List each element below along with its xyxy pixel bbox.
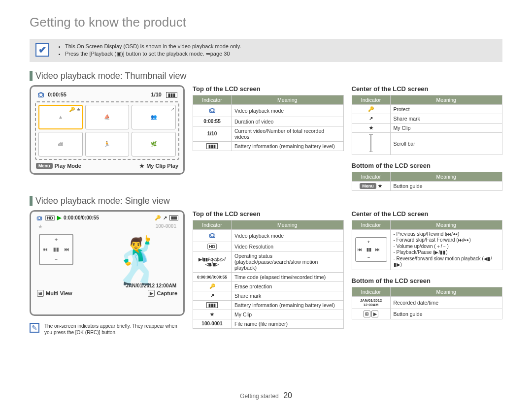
- battery-icon: ▮▮▮: [169, 215, 178, 220]
- indicator-table: IndicatorMeaning Menu ★Button guide: [352, 172, 503, 191]
- key-icon: 🔑: [155, 215, 161, 220]
- control-cluster[interactable]: ＋ ⏮▮▮⏭ －: [39, 234, 73, 265]
- thumbnail[interactable]: ⛵: [85, 105, 130, 129]
- th: Meaning: [390, 287, 502, 296]
- td: My Clip: [232, 310, 344, 319]
- play-mode-label: Play Mode: [55, 163, 81, 169]
- multi-capture-icon: ⊞ ▶: [352, 309, 390, 319]
- capture-icon: ▶: [148, 290, 155, 297]
- section-title: Video playback mode: Single view: [35, 196, 170, 206]
- indicator-table: IndicatorMeaning JAN/01/2012 12:00AMReco…: [352, 287, 503, 319]
- indicator-table: IndicatorMeaning Video playback mode HDV…: [193, 220, 344, 329]
- capture-label: Capture: [157, 290, 177, 296]
- th: Indicator: [352, 220, 390, 229]
- battery-icon: ▮▮▮: [193, 300, 232, 310]
- camera-icon: [36, 215, 43, 221]
- key-icon: 🔑: [193, 281, 232, 291]
- note-item: Press the [Playback (▣)] button to set t…: [65, 50, 241, 58]
- th: Indicator: [352, 172, 390, 181]
- star-icon: ★: [352, 123, 390, 132]
- key-icon: 🔑: [352, 104, 390, 114]
- td: Video Resolution: [232, 242, 344, 251]
- td: 100-0001: [193, 319, 232, 328]
- footer-label: Getting started: [240, 393, 279, 400]
- table-title: Bottom of the LCD screen: [352, 162, 503, 169]
- thumbnail[interactable]: 🌿: [132, 132, 176, 156]
- th: Meaning: [390, 172, 502, 181]
- td: Button guide: [390, 181, 502, 190]
- footnote-text: The on-screen indicators appear briefly.…: [44, 323, 185, 336]
- td: Erase protection: [232, 281, 344, 291]
- th: Meaning: [390, 220, 502, 229]
- note-list: This On Screen Display (OSD) is shown in…: [56, 43, 241, 58]
- td: File name (file number): [232, 319, 344, 328]
- camera-icon: [37, 91, 45, 98]
- td: Operating status (playback/pause/search/…: [232, 251, 344, 272]
- timecode: 0:00:00/0:00:55: [64, 215, 99, 220]
- td: 0:00:00/0:00:55: [193, 272, 232, 281]
- td: Video playback mode: [232, 229, 344, 242]
- silhouette: 🕺: [110, 239, 166, 283]
- thumbnail[interactable]: 🏙: [38, 132, 83, 156]
- td: JAN/01/2012 12:00AM: [352, 296, 390, 309]
- hd-icon: HD: [45, 215, 55, 221]
- star-icon: ★: [193, 310, 232, 319]
- td: 1/10: [193, 126, 232, 141]
- check-icon: ✔: [35, 43, 49, 57]
- th: Indicator: [193, 95, 232, 104]
- indicator-table: IndicatorMeaning 🔑Protect ↗Share mark ★M…: [352, 95, 503, 155]
- note-item: This On Screen Display (OSD) is shown in…: [65, 43, 241, 50]
- multi-view-label: Multi View: [46, 290, 72, 296]
- table-title: Top of the LCD screen: [193, 210, 344, 218]
- scroll-icon: [352, 132, 390, 155]
- accent-bar: [30, 71, 33, 81]
- td: Current video/Number of total recorded v…: [232, 126, 344, 141]
- camera-icon: [193, 104, 232, 117]
- td: Time code (elapsed time/recorded time): [232, 272, 344, 281]
- duration-label: 0:00:55: [48, 92, 66, 97]
- td: Duration of video: [232, 117, 344, 126]
- battery-icon: ▮▮▮: [166, 92, 177, 98]
- thumbnail[interactable]: 🏃: [85, 132, 130, 156]
- th: Indicator: [352, 95, 390, 104]
- star-icon: ★: [38, 223, 43, 230]
- td: Video playback mode: [232, 104, 344, 117]
- section-heading: Video playback mode: Single view: [30, 196, 502, 206]
- td: 0:00:55: [193, 117, 232, 126]
- menu-chip[interactable]: Menu: [36, 163, 53, 169]
- page-number: 20: [283, 391, 292, 400]
- thumbnail-device: 0:00:55 1/10 ▮▮▮ 🔑 ★▲ ⛵ ↗👥 🏙 🏃 🌿: [30, 85, 185, 175]
- td: Button guide: [390, 309, 502, 319]
- th: Meaning: [390, 95, 502, 104]
- page-title: Getting to know the product: [30, 15, 502, 30]
- td: Share mark: [390, 114, 502, 123]
- pencil-icon: ✎: [30, 323, 39, 333]
- thumbnail[interactable]: 🔑 ★▲: [38, 105, 83, 129]
- count-label: 1/10: [151, 92, 162, 97]
- td: Share mark: [232, 291, 344, 300]
- control-cluster-icon: ＋ ⏮▮▮⏭ －: [352, 229, 390, 270]
- indicator-table: IndicatorMeaning ＋ ⏮▮▮⏭ － - Previous ski…: [352, 220, 503, 270]
- single-device: HD ▶ 0:00:00/0:00:55 🔑 ↗ ▮▮▮ ★ 100-0001 …: [30, 210, 185, 316]
- section-title: Video playback mode: Thumbnail view: [35, 71, 187, 81]
- star-icon: ★: [139, 163, 144, 169]
- play-icon: ▶: [57, 215, 61, 221]
- th: Meaning: [232, 220, 344, 229]
- td: My Clip: [390, 123, 502, 132]
- td: Scroll bar: [390, 132, 502, 155]
- footer: Getting started 20: [0, 391, 532, 400]
- thumbnail[interactable]: ↗👥: [132, 105, 176, 129]
- indicator-table: IndicatorMeaning Video playback mode 0:0…: [193, 95, 344, 151]
- camera-icon: [193, 229, 232, 242]
- td: - Previous skip/Rewind (⏮/◀◀) - Forward …: [390, 229, 502, 270]
- th: Indicator: [193, 220, 232, 229]
- share-icon: ↗: [193, 291, 232, 300]
- table-title: Center of the LCD screen: [352, 210, 503, 218]
- td: Recorded date/time: [390, 296, 502, 309]
- grid-icon: ⊞: [37, 290, 44, 297]
- hd-icon: HD: [193, 242, 232, 251]
- table-title: Bottom of the LCD screen: [352, 277, 503, 284]
- th: Indicator: [352, 287, 390, 296]
- table-title: Center of the LCD screen: [352, 85, 503, 93]
- td: ▶/▮▮/◁◁/▷▷/◁▮/▮▷: [193, 251, 232, 272]
